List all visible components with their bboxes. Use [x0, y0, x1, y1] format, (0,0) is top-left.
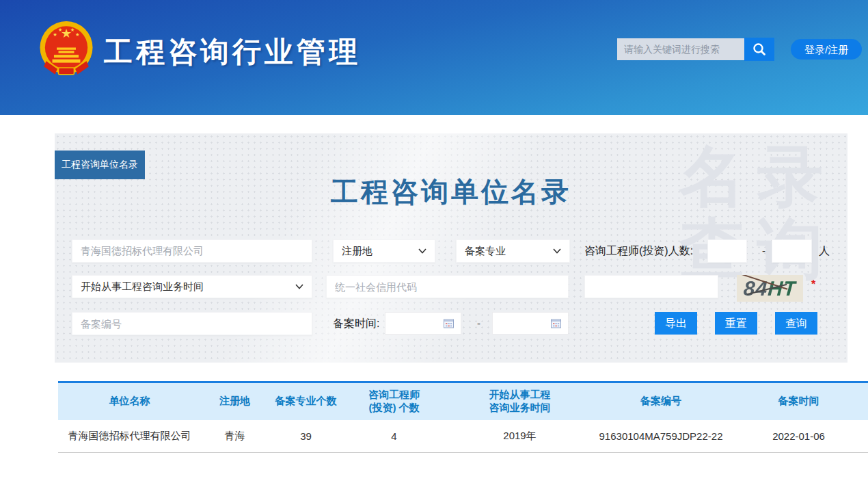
- login-register-button[interactable]: 登录/注册: [791, 39, 862, 60]
- record-specialty-select[interactable]: 备案专业: [456, 239, 570, 263]
- col-header-registration-place: 注册地: [201, 382, 269, 420]
- person-unit-label: 人: [819, 239, 830, 263]
- engineer-count-label: 咨询工程师(投资)人数:: [584, 239, 693, 263]
- col-header-unit-name: 单位名称: [58, 382, 201, 420]
- site-header: ★ ★ ★ ★ ★ 工程咨询行业管理 登录/注册: [0, 0, 868, 115]
- cell-start-time: 2019年: [445, 420, 595, 453]
- chevron-down-icon: [553, 248, 561, 254]
- cell-registration-place: 青海: [201, 420, 269, 453]
- unit-name-input[interactable]: [72, 239, 312, 263]
- record-specialty-value: 备案专业: [465, 245, 506, 258]
- cell-specialty-count: 39: [269, 420, 343, 453]
- svg-text:★: ★: [70, 27, 75, 33]
- engineer-count-max-input[interactable]: [772, 239, 812, 263]
- registration-place-value: 注册地: [342, 245, 372, 258]
- reset-button[interactable]: 重置: [715, 312, 757, 335]
- cell-unit-name: 青海国德招标代理有限公司: [58, 420, 201, 453]
- record-number-input[interactable]: [72, 312, 312, 335]
- col-header-record-time: 备案时间: [727, 382, 868, 420]
- search-icon: [752, 42, 767, 57]
- svg-text:★: ★: [75, 31, 80, 38]
- site-title: 工程咨询行业管理: [104, 33, 361, 71]
- captcha-input[interactable]: [584, 275, 718, 298]
- cell-record-number: 91630104MA759JDP22-22: [595, 420, 727, 453]
- cell-engineer-count: 4: [343, 420, 445, 453]
- national-emblem-logo: ★ ★ ★ ★ ★: [38, 21, 94, 81]
- keyword-search-input[interactable]: [617, 38, 744, 60]
- credit-code-input[interactable]: [326, 275, 569, 298]
- record-time-start-date-input[interactable]: [385, 312, 461, 335]
- required-asterisk: *: [811, 278, 815, 291]
- svg-text:★: ★: [53, 31, 57, 38]
- calendar-icon: [551, 319, 561, 328]
- col-header-start-time: 开始从事工程 咨询业务时间: [445, 382, 595, 420]
- calendar-icon: [444, 319, 454, 328]
- col-header-engineer-count: 咨询工程师 (投资) 个数: [343, 382, 445, 420]
- export-button[interactable]: 导出: [655, 312, 697, 335]
- page-title: 工程咨询单位名录: [55, 173, 847, 211]
- chevron-down-icon: [418, 248, 426, 254]
- directory-search-panel: 名录 查询 工程咨询单位名录 工程咨询单位名录 注册地 备案专业 咨询工程师(投…: [55, 133, 847, 363]
- tab-consulting-unit-directory[interactable]: 工程咨询单位名录: [55, 151, 145, 179]
- table-header-row: 单位名称 注册地 备案专业个数 咨询工程师 (投资) 个数 开始从事工程 咨询业…: [58, 382, 868, 420]
- background-watermark: 名录 查询: [679, 140, 835, 285]
- table-row[interactable]: 青海国德招标代理有限公司 青海 39 4 2019年 91630104MA759…: [58, 420, 868, 453]
- chevron-down-icon: [295, 284, 303, 289]
- range-separator: -: [477, 312, 480, 335]
- query-button[interactable]: 查询: [775, 312, 817, 335]
- results-table: 单位名称 注册地 备案专业个数 咨询工程师 (投资) 个数 开始从事工程 咨询业…: [58, 381, 851, 453]
- start-time-value: 开始从事工程咨询业务时间: [81, 280, 204, 293]
- record-time-label: 备案时间:: [333, 312, 379, 335]
- record-time-end-date-input[interactable]: [492, 312, 569, 335]
- captcha-image[interactable]: 84HT: [737, 275, 803, 302]
- start-time-select[interactable]: 开始从事工程咨询业务时间: [72, 275, 312, 298]
- registration-place-select[interactable]: 注册地: [333, 239, 435, 263]
- col-header-record-number: 备案编号: [595, 382, 727, 420]
- search-button[interactable]: [744, 38, 774, 61]
- cell-record-time: 2022-01-06: [727, 420, 868, 453]
- engineer-count-min-input[interactable]: [707, 239, 747, 263]
- svg-text:★: ★: [58, 27, 63, 33]
- col-header-specialty-count: 备案专业个数: [269, 382, 343, 420]
- range-separator: -: [762, 239, 765, 263]
